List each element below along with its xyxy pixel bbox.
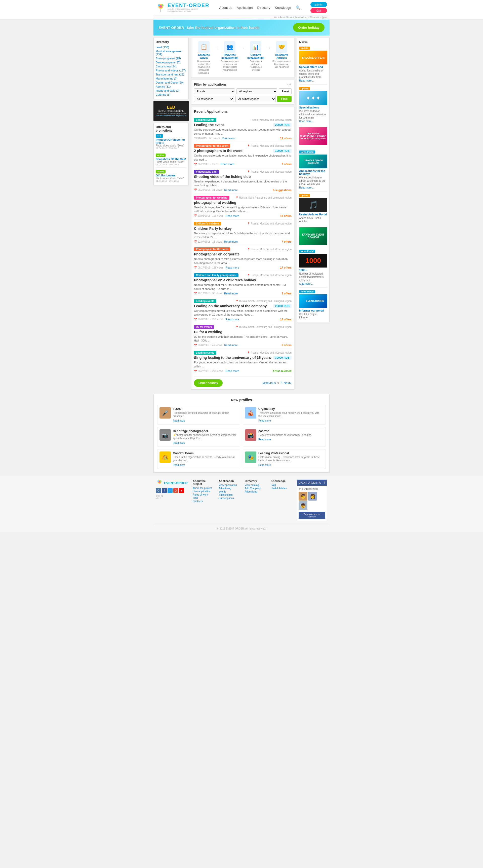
news-item-title-7[interactable]: Informer our portal (299, 309, 327, 312)
app-offers-5[interactable]: 17 offers (280, 266, 292, 269)
fb-title: EVENT-ORDER.RU (299, 482, 321, 484)
news-read-3[interactable]: Read more ... (299, 186, 315, 189)
profile-read-0[interactable]: Read more (173, 419, 185, 422)
footer-link-app-1[interactable]: Advertising (219, 487, 241, 490)
svg-point-8 (160, 480, 161, 482)
footer-link-app-0[interactable]: View application (219, 484, 241, 487)
news-read-1[interactable]: Read more ... (299, 120, 315, 123)
filter-categories[interactable]: All categories (194, 96, 234, 102)
page-next[interactable]: Next» (284, 381, 292, 385)
app-read-2[interactable]: Read more (224, 188, 238, 191)
order-holiday-bottom-button[interactable]: Order holiday (194, 379, 223, 387)
sidebar-item-transport[interactable]: Transport and rent (16) (156, 72, 186, 76)
page-prev[interactable]: «Previous (262, 381, 276, 385)
app-offers-7[interactable]: 14 offers (280, 318, 292, 321)
filter-find-button[interactable]: Find (277, 96, 292, 102)
footer-link-dir-1[interactable]: Add Company (245, 487, 267, 490)
profile-read-5[interactable]: Read more (258, 464, 271, 466)
app-read-0[interactable]: Read more (222, 137, 235, 140)
news-item-title-6[interactable]: 1000+ (299, 269, 327, 272)
filter-country[interactable]: Russia (194, 88, 235, 94)
footer-link-dir-0[interactable]: View catalog (245, 484, 267, 487)
social-tw[interactable]: 🐦 (167, 488, 172, 493)
app-offers-1[interactable]: 7 offers (282, 162, 292, 165)
subscribe-button[interactable]: Подписаться на новости (299, 512, 325, 519)
filter-regions[interactable]: All regions (236, 88, 278, 94)
admin-button[interactable]: admin (311, 2, 327, 7)
app-offers-4[interactable]: 7 offers (282, 240, 292, 243)
app-offers-0[interactable]: 11 offers (280, 137, 292, 140)
app-date-7: 📅 28/08/2015 (194, 318, 210, 321)
sidebar-item-agency[interactable]: Agency (31) (156, 85, 186, 89)
fb-avatar-2: 👦 (299, 501, 308, 510)
footer-link-about-4[interactable]: Contacts (193, 500, 215, 503)
sidebar-item-catering[interactable]: Catering (3) (156, 93, 186, 97)
nav-application[interactable]: Application (237, 6, 253, 9)
footer-link-app-2[interactable]: events (219, 490, 241, 493)
sidebar-item-dance[interactable]: Dance program (37) (156, 60, 186, 64)
footer-link-app-3[interactable]: Subscription (219, 494, 241, 496)
footer-link-know-1[interactable]: Useful Articles (271, 487, 293, 490)
footer-link-about-1[interactable]: How application (193, 490, 215, 493)
app-read-5[interactable]: Read more (225, 266, 239, 269)
app-offers-9[interactable]: Artist selected (272, 369, 292, 372)
social-gp[interactable]: G (173, 488, 179, 493)
app-views-3: 126 views (212, 214, 223, 217)
app-read-4[interactable]: Read more (224, 240, 238, 243)
search-icon[interactable]: 🔍 (296, 5, 301, 10)
app-offers-2[interactable]: 5 suggestions (273, 188, 292, 191)
social-fb[interactable]: f (162, 488, 167, 493)
hero-order-button[interactable]: Order holiday (293, 23, 324, 32)
profile-read-3[interactable]: Read more (258, 438, 271, 441)
app-item-4: Children's holidays 📍 Russia, Moscow and… (194, 220, 292, 246)
app-read-7[interactable]: Read more (225, 318, 239, 321)
app-offers-8[interactable]: 6 offers (282, 343, 292, 346)
exit-button[interactable]: Exit (311, 8, 327, 13)
promo-item-1: Active Snapshots Of The Sea! Photo video… (156, 153, 186, 167)
page-2[interactable]: 2 (281, 381, 282, 385)
sidebar-item-show[interactable]: Show programs (95) (156, 56, 186, 60)
sidebar-item-design[interactable]: Design and Decor (20) (156, 81, 186, 85)
promo-name-1[interactable]: Snapshots Of The Sea! (156, 158, 186, 161)
sidebar-item-lead[interactable]: Lead (138) (156, 45, 186, 49)
step-3-text: Подробный рейтинг, Подробные Отзывы (246, 60, 265, 72)
filter-reset-button[interactable]: Reset (279, 88, 292, 94)
page-1[interactable]: 1 (277, 381, 279, 385)
app-offers-3[interactable]: 18 offers (280, 214, 292, 217)
social-yt[interactable]: ▶ (179, 488, 184, 493)
footer-link-dir-2[interactable]: Advertising (245, 490, 267, 493)
sidebar-item-musical[interactable]: Musical arrangement (139) (156, 49, 186, 56)
footer-link-about-3[interactable]: Blog (193, 497, 215, 499)
app-read-1[interactable]: Read more (221, 162, 234, 165)
sidebar-item-circus[interactable]: Circus show (34) (156, 64, 186, 68)
social-vk[interactable]: O (156, 488, 161, 493)
promo-name-2[interactable]: Gift For Lovers (156, 174, 186, 177)
sidebar-item-photos[interactable]: Photos and videos (137) (156, 68, 186, 72)
profile-read-2[interactable]: Read more (173, 441, 185, 444)
nav-about[interactable]: About us (219, 6, 232, 9)
app-read-9[interactable]: Read more (225, 369, 239, 372)
fb-widget-header: EVENT-ORDER.RU f (297, 480, 327, 486)
nav-directory[interactable]: Directory (257, 6, 270, 9)
news-item-title-1[interactable]: Specializations (299, 106, 327, 109)
nav-knowledge[interactable]: Knowledge (275, 6, 291, 9)
app-read-8[interactable]: Read more (224, 343, 238, 346)
news-read-0[interactable]: Read more ... (299, 79, 315, 82)
news-item-title-0[interactable]: Special offers and (299, 65, 327, 68)
promo-name-0[interactable]: Photoset Or Video For Free :) (156, 138, 186, 144)
footer-link-about-0[interactable]: About the project (193, 487, 215, 490)
footer-link-app-4[interactable]: Subscriptions (219, 497, 241, 500)
news-item-title-3[interactable]: Applications for the holidays (299, 169, 327, 176)
profile-read-4[interactable]: Read more (173, 464, 185, 466)
footer-link-about-2[interactable]: Rules of work (193, 493, 215, 496)
news-item-title-4[interactable]: Useful Articles Portal (299, 213, 327, 216)
app-offers-6[interactable]: 3 offers (282, 292, 292, 295)
app-read-3[interactable]: Read more (225, 214, 239, 217)
app-read-6[interactable]: Read more (224, 292, 238, 295)
footer-link-know-0[interactable]: FAQ (271, 484, 293, 487)
filter-subcategories[interactable]: All subcategories (235, 96, 276, 102)
profile-read-1[interactable]: Read more (258, 419, 271, 422)
sidebar-item-manufacturing[interactable]: Manufacturing (7) (156, 76, 186, 81)
sidebar-item-image[interactable]: Image and style (2) (156, 89, 186, 93)
news-read-6[interactable]: read more ... (299, 282, 314, 285)
